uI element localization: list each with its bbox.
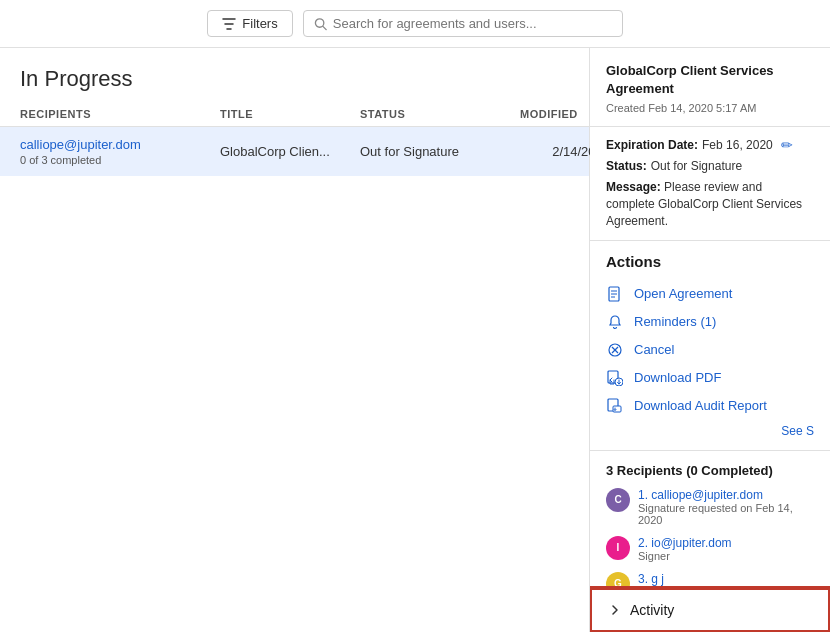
filter-label: Filters: [242, 16, 277, 31]
open-agreement-action[interactable]: Open Agreement: [606, 280, 814, 308]
download-audit-label: Download Audit Report: [634, 398, 767, 413]
message-row: Message: Please review and complete Glob…: [606, 179, 814, 229]
activity-button[interactable]: Activity: [590, 588, 830, 632]
activity-bar: Activity: [590, 586, 830, 632]
bell-icon: [606, 313, 624, 331]
right-panel: GlobalCorp Client Services Agreement Cre…: [590, 48, 830, 632]
document-icon: [606, 285, 624, 303]
recipients-title: 3 Recipients (0 Completed): [606, 463, 814, 478]
recipient-item-1: C 1. calliope@jupiter.dom Signature requ…: [606, 488, 814, 526]
left-panel: In Progress RECIPIENTS TITLE STATUS MODI…: [0, 48, 590, 632]
recipient-name-1: 1. calliope@jupiter.dom: [638, 488, 814, 502]
cancel-label: Cancel: [634, 342, 674, 357]
detail-header: GlobalCorp Client Services Agreement Cre…: [590, 48, 830, 127]
open-agreement-label: Open Agreement: [634, 286, 732, 301]
expiration-row: Expiration Date: Feb 16, 2020 ✏: [606, 137, 814, 153]
status-row: Status: Out for Signature: [606, 159, 814, 173]
reminders-action[interactable]: Reminders (1): [606, 308, 814, 336]
download-pdf-icon: [606, 369, 624, 387]
avatar-1: C: [606, 488, 630, 512]
download-pdf-action[interactable]: Download PDF: [606, 364, 814, 392]
section-title: In Progress: [0, 48, 589, 102]
expiration-label: Expiration Date:: [606, 138, 698, 152]
svg-rect-12: [613, 406, 621, 412]
edit-expiration-icon[interactable]: ✏: [781, 137, 793, 153]
recipient-cell: calliope@jupiter.dom 0 of 3 completed: [20, 137, 220, 166]
actions-section: Actions Open Agreement: [590, 241, 830, 451]
recipient-name-2: 2. io@jupiter.dom: [638, 536, 732, 550]
avatar-2: I: [606, 536, 630, 560]
actions-title: Actions: [606, 253, 814, 270]
activity-label: Activity: [630, 602, 674, 618]
filter-icon: [222, 17, 236, 31]
status-value: Out for Signature: [651, 159, 742, 173]
recipient-name-3: 3. g j: [638, 572, 670, 586]
svg-line-1: [323, 26, 326, 29]
recipient-role-2: Signer: [638, 550, 732, 562]
recipient-completed: 0 of 3 completed: [20, 154, 220, 166]
col-title: TITLE: [220, 108, 360, 120]
recipient-role-1: Signature requested on Feb 14, 2020: [638, 502, 814, 526]
cancel-action[interactable]: Cancel: [606, 336, 814, 364]
download-audit-icon: [606, 397, 624, 415]
detail-title: GlobalCorp Client Services Agreement: [606, 62, 814, 98]
recipient-info-2: 2. io@jupiter.dom Signer: [638, 536, 732, 562]
agreement-status: Out for Signature: [360, 144, 520, 159]
see-more-link[interactable]: See S: [606, 420, 814, 438]
search-icon: [314, 17, 327, 31]
reminders-label: Reminders (1): [634, 314, 716, 329]
search-box: [303, 10, 623, 37]
filter-button[interactable]: Filters: [207, 10, 292, 37]
search-input[interactable]: [333, 16, 612, 31]
expiration-value: Feb 16, 2020: [702, 138, 773, 152]
recipient-item-2: I 2. io@jupiter.dom Signer: [606, 536, 814, 562]
table-row[interactable]: calliope@jupiter.dom 0 of 3 completed Gl…: [0, 127, 589, 176]
download-pdf-label: Download PDF: [634, 370, 721, 385]
download-audit-action[interactable]: Download Audit Report: [606, 392, 814, 420]
message-label: Message:: [606, 180, 661, 194]
chevron-right-icon: [608, 603, 622, 617]
col-status: STATUS: [360, 108, 520, 120]
detail-meta: Expiration Date: Feb 16, 2020 ✏ Status: …: [590, 127, 830, 240]
status-label: Status:: [606, 159, 647, 173]
detail-created: Created Feb 14, 2020 5:17 AM: [606, 102, 814, 114]
col-recipients: RECIPIENTS: [20, 108, 220, 120]
agreement-title: GlobalCorp Clien...: [220, 144, 360, 159]
cancel-icon: [606, 341, 624, 359]
table-header: RECIPIENTS TITLE STATUS MODIFIED: [0, 102, 589, 127]
recipient-email: calliope@jupiter.dom: [20, 137, 220, 152]
main-layout: In Progress RECIPIENTS TITLE STATUS MODI…: [0, 48, 830, 632]
top-bar: Filters: [0, 0, 830, 48]
recipient-info-1: 1. calliope@jupiter.dom Signature reques…: [638, 488, 814, 526]
